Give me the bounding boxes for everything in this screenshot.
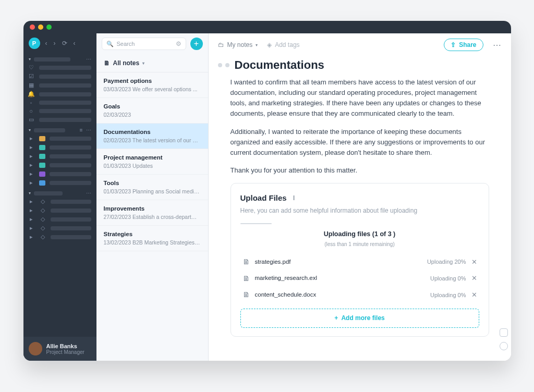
rail-tag[interactable]: ▸◇: [23, 197, 96, 206]
refresh-icon[interactable]: ⟳: [62, 40, 67, 47]
note-item[interactable]: Strategies13/02/2023 B2B Marketing Strat…: [96, 226, 208, 251]
folder-icon: 🗀: [218, 41, 224, 48]
file-name: content_schedule.docx: [255, 290, 426, 300]
doc-paragraph: Additionally, I wanted to reiterate the …: [230, 127, 489, 158]
note-item[interactable]: Project management01/03/2023 Updates: [96, 149, 208, 175]
note-title: Documentations: [104, 129, 201, 135]
chevron-down-icon: ▾: [256, 43, 258, 47]
rail-folder[interactable]: ▸: [23, 178, 96, 187]
note-snippet: 02/02/2023 The latest version of our doc…: [104, 137, 201, 143]
breadcrumb-label: My notes: [227, 41, 253, 48]
nav-forward-icon[interactable]: ›: [54, 40, 56, 47]
rail-item[interactable]: ○: [23, 107, 96, 115]
aspect-icon[interactable]: [500, 328, 508, 337]
add-tags-button[interactable]: ◈ Add tags: [267, 41, 299, 48]
more-menu-button[interactable]: ⋯: [493, 40, 502, 50]
left-rail: P ‹ › ⟳ ‹ ▾ ⋯ ♡ ☑ ▦ 🔔 ◦ ○ ▭ ▾ ≡⋯: [23, 33, 96, 361]
note-title: Tools: [104, 180, 201, 186]
upload-subtitle: Here, you can add some helpful informati…: [240, 206, 479, 216]
file-icon: 🗎: [242, 256, 250, 268]
nav-back-icon[interactable]: ‹: [45, 40, 47, 47]
rail-section-3[interactable]: ▾ ⋯: [23, 187, 96, 197]
rail-item[interactable]: ▦: [23, 81, 96, 90]
new-note-button[interactable]: +: [190, 38, 203, 50]
rail-section-2[interactable]: ▾ ≡⋯: [23, 124, 96, 134]
rail-item[interactable]: ♡: [23, 63, 96, 72]
add-more-files-button[interactable]: + Add more files: [240, 309, 479, 328]
document-title: Documentations: [235, 58, 324, 72]
plus-icon: +: [334, 314, 338, 322]
upload-card: Upload Files I Here, you can add some he…: [230, 183, 489, 336]
remove-file-button[interactable]: ✕: [471, 273, 477, 284]
note-snippet: 01/03/2023 Planning ans Social media ...: [104, 188, 201, 194]
note-item[interactable]: Goals02/03/2023: [96, 98, 208, 124]
text-cursor-icon: I: [293, 193, 295, 203]
file-icon: 🗎: [242, 289, 250, 301]
breadcrumb[interactable]: 🗀 My notes ▾: [218, 41, 258, 48]
note-title: Strategies: [104, 231, 201, 237]
tag-icon: ◈: [267, 41, 272, 48]
rail-tag[interactable]: ▸◇: [23, 215, 96, 224]
doc-paragraph: I wanted to confirm that all team member…: [230, 77, 489, 119]
rail-tag[interactable]: ▸◇: [23, 224, 96, 232]
workspace-avatar[interactable]: P: [29, 38, 40, 49]
rail-item[interactable]: ◦: [23, 99, 96, 107]
rail-folder[interactable]: ▸: [23, 161, 96, 169]
rail-folder[interactable]: ▸: [23, 143, 96, 152]
window-minimize[interactable]: [38, 24, 43, 30]
note-title: Improvements: [104, 205, 201, 212]
user-role: Project Manager: [46, 349, 84, 355]
note-list-panel: 🔍 Search ⚙ + 🗎 All notes ▾ Payment optio…: [96, 33, 209, 361]
right-gutter: [500, 328, 508, 350]
share-button[interactable]: ⇪ Share: [444, 39, 483, 51]
search-input[interactable]: 🔍 Search ⚙: [102, 38, 186, 50]
window-maximize[interactable]: [46, 24, 52, 30]
rail-folder[interactable]: ▸: [23, 169, 96, 178]
upload-file-row: 🗎content_schedule.docxUploading 0%✕: [240, 287, 479, 303]
rail-item[interactable]: ☑: [23, 72, 96, 81]
note-title: Goals: [104, 103, 201, 109]
file-name: strategies.pdf: [255, 258, 422, 267]
note-snippet: 27/02/2023 Establish a cross-department …: [104, 214, 201, 220]
rail-folder[interactable]: ▸: [23, 134, 96, 143]
rail-tag[interactable]: ▸◇: [23, 206, 96, 215]
user-card[interactable]: Allie Banks Project Manager: [23, 337, 96, 361]
rail-item[interactable]: 🔔: [23, 90, 96, 99]
collapse-icon[interactable]: ‹: [74, 40, 76, 47]
note-item[interactable]: Improvements27/02/2023 Establish a cross…: [96, 200, 208, 226]
share-icon: ⇪: [451, 41, 456, 48]
search-placeholder: Search: [117, 41, 135, 47]
window-close[interactable]: [30, 24, 35, 30]
upload-file-row: 🗎strategies.pdfUploading 20%✕: [240, 254, 479, 271]
upload-progress-bar: [240, 223, 272, 224]
upload-file-row: 🗎marketing_research.exlUploading 0%✕: [240, 271, 479, 287]
filter-icon[interactable]: ⚙: [176, 40, 181, 47]
note-item[interactable]: Documentations02/02/2023 The latest vers…: [96, 124, 208, 149]
rail-tag[interactable]: ▸◇: [23, 232, 96, 241]
add-more-label: Add more files: [341, 314, 384, 322]
rail-folder[interactable]: ▸: [23, 152, 96, 161]
remove-file-button[interactable]: ✕: [471, 290, 477, 300]
note-item[interactable]: Tools01/03/2023 Planning ans Social medi…: [96, 175, 208, 200]
status-dots: [218, 63, 229, 67]
main-panel: 🗀 My notes ▾ ◈ Add tags ⇪ Share ⋯: [209, 33, 511, 361]
note-list-header[interactable]: 🗎 All notes ▾: [96, 54, 208, 72]
upload-heading: Uploading files (1 of 3 ): [240, 229, 479, 239]
user-name: Allie Banks: [46, 343, 84, 349]
note-item[interactable]: Payment options03/03/2023 We offer sever…: [96, 72, 208, 98]
remove-file-button[interactable]: ✕: [471, 257, 477, 267]
rail-item[interactable]: ▭: [23, 115, 96, 124]
file-status: Uploading 0%: [430, 291, 466, 300]
note-list-title: All notes: [113, 59, 140, 67]
chevron-down-icon: ▾: [142, 61, 144, 66]
file-name: marketing_research.exl: [255, 274, 426, 283]
title-bar: [23, 21, 511, 33]
notes-icon: 🗎: [104, 59, 110, 67]
search-icon: 🔍: [106, 41, 114, 47]
rail-section-1[interactable]: ▾ ⋯: [23, 53, 96, 63]
globe-icon[interactable]: [500, 342, 508, 350]
note-title: Project management: [104, 154, 201, 161]
note-snippet: 13/02/2023 B2B Marketing Strategies ...: [104, 239, 201, 246]
note-snippet: 02/03/2023: [104, 112, 201, 118]
file-status: Uploading 20%: [427, 258, 466, 266]
